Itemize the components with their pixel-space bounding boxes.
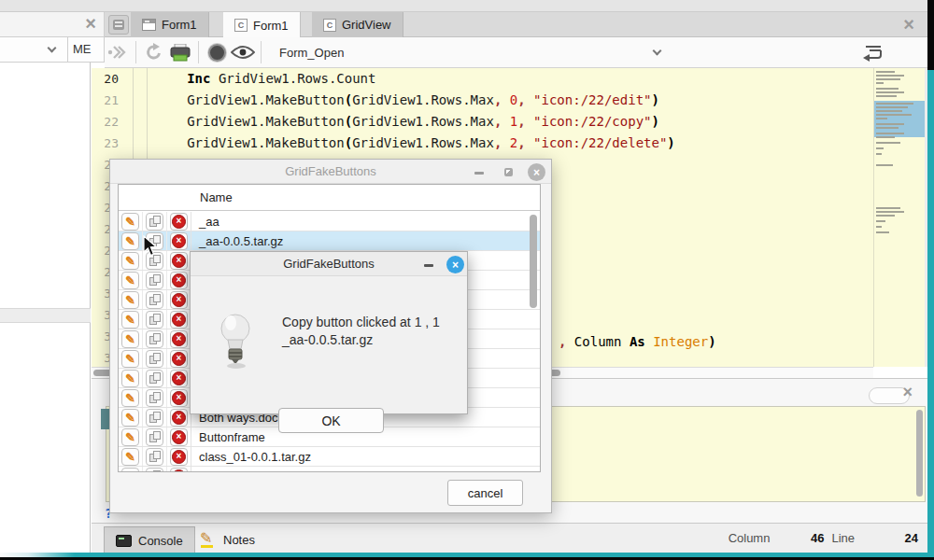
- edit-button[interactable]: ✎: [121, 428, 139, 446]
- edit-icon: ✎: [125, 274, 135, 287]
- delete-button[interactable]: ×: [170, 468, 188, 472]
- grid-cell: ×: [167, 231, 191, 250]
- copy-button[interactable]: [146, 409, 163, 427]
- close-icon[interactable]: ×: [446, 256, 464, 273]
- dialog-titlebar[interactable]: GridFakeButtons ×: [191, 252, 467, 276]
- grid-cell: ×: [167, 388, 191, 407]
- delete-button[interactable]: ×: [170, 370, 188, 387]
- grid-scrollbar-thumb[interactable]: [530, 215, 537, 308]
- edit-button[interactable]: ✎: [121, 311, 139, 329]
- sort-procedures-icon[interactable]: [860, 44, 883, 63]
- tab-gridview-class[interactable]: C GridView: [312, 12, 403, 37]
- minimap-bar: [876, 106, 908, 108]
- name-column-header: Name: [200, 190, 233, 204]
- delete-button[interactable]: ×: [170, 311, 188, 329]
- editor-minimap[interactable]: [873, 68, 925, 367]
- edit-button[interactable]: ✎: [121, 213, 139, 231]
- delete-button[interactable]: ×: [170, 350, 188, 368]
- copy-button[interactable]: [146, 272, 163, 289]
- close-tab-icon[interactable]: ×: [903, 15, 914, 34]
- edit-button[interactable]: ✎: [121, 350, 139, 368]
- delete-button[interactable]: ×: [170, 213, 188, 231]
- delete-button[interactable]: ×: [170, 448, 188, 466]
- edit-button[interactable]: ✎: [121, 232, 139, 250]
- copy-button[interactable]: [146, 428, 163, 446]
- grid-cell: ✎: [119, 467, 143, 471]
- grid-cell: ×: [167, 408, 191, 427]
- delete-button[interactable]: ×: [170, 409, 188, 427]
- edit-icon: ✎: [125, 431, 135, 443]
- copy-button[interactable]: [146, 311, 163, 329]
- grid-row[interactable]: ✎×: [119, 467, 540, 471]
- ok-button[interactable]: OK: [278, 408, 384, 433]
- grid-cell: ✎: [119, 310, 143, 329]
- tab-form1-designer[interactable]: Form1: [131, 12, 209, 37]
- record-stop-button[interactable]: [204, 39, 230, 65]
- procedure-selector[interactable]: Form_Open: [279, 46, 344, 60]
- edit-button[interactable]: ✎: [121, 252, 139, 270]
- delete-button[interactable]: ×: [170, 252, 188, 270]
- console-scrollbar-thumb[interactable]: [916, 410, 923, 497]
- dialog-titlebar[interactable]: GridFakeButtons ×: [110, 160, 551, 184]
- edit-button[interactable]: ✎: [121, 370, 139, 387]
- close-icon[interactable]: ×: [528, 163, 545, 181]
- copy-button[interactable]: [146, 370, 163, 387]
- grid-cell: [143, 310, 167, 329]
- file-list-button[interactable]: [108, 15, 129, 35]
- copy-button[interactable]: [146, 468, 163, 472]
- delete-button[interactable]: ×: [170, 428, 188, 446]
- edit-button[interactable]: ✎: [121, 330, 139, 348]
- left-panel-splitter[interactable]: [0, 308, 91, 323]
- minimize-icon[interactable]: [474, 172, 484, 175]
- edit-button[interactable]: ✎: [121, 272, 139, 289]
- lightbulb-icon: [217, 312, 256, 370]
- dialog-body: Copy button clicked at 1 , 1 _aa-0.0.5.t…: [191, 276, 467, 413]
- edit-button[interactable]: ✎: [121, 448, 139, 466]
- copy-button[interactable]: [146, 448, 163, 466]
- minimap-bar: [876, 136, 895, 138]
- minimize-icon[interactable]: [424, 264, 433, 267]
- minimap-bar: [876, 226, 882, 228]
- grid-row[interactable]: ✎×class_01-0.0.1.tar.gz: [119, 447, 540, 467]
- grid-cell: ×: [167, 369, 191, 387]
- copy-icon: [149, 333, 161, 344]
- minimap-bar: [876, 82, 884, 84]
- left-panel-close-icon[interactable]: ×: [85, 14, 96, 33]
- copy-button[interactable]: [146, 350, 163, 368]
- tab-form1-class[interactable]: C Form1: [223, 12, 301, 38]
- edit-button[interactable]: ✎: [121, 291, 139, 309]
- copy-button[interactable]: [146, 389, 163, 407]
- line-number: 22: [92, 111, 119, 133]
- edit-button[interactable]: ✎: [121, 389, 139, 407]
- tab-console[interactable]: Console: [104, 526, 195, 553]
- minimap-bar: [876, 127, 899, 129]
- delete-button[interactable]: ×: [170, 291, 188, 309]
- restore-icon[interactable]: [504, 168, 513, 176]
- grid-row[interactable]: ✎×_aa: [119, 212, 540, 231]
- edit-button[interactable]: ✎: [121, 409, 139, 427]
- notes-pencil-icon: ✎: [200, 532, 217, 549]
- left-panel-combo[interactable]: ME: [0, 37, 105, 63]
- archive-icon: [113, 20, 124, 30]
- goto-next-button[interactable]: [105, 39, 131, 65]
- tab-notes[interactable]: ✎ Notes: [189, 526, 266, 553]
- copy-button[interactable]: [146, 330, 163, 348]
- delete-button[interactable]: ×: [170, 272, 188, 289]
- grid-row[interactable]: ✎×_aa-0.0.5.tar.gz: [119, 231, 540, 251]
- copy-button[interactable]: [146, 213, 163, 231]
- me-toggle[interactable]: ME: [73, 42, 92, 56]
- grid-cell: ✎: [119, 447, 143, 466]
- cancel-button[interactable]: cancel: [447, 480, 523, 506]
- grid-cell: [143, 447, 167, 466]
- watch-button[interactable]: [230, 39, 256, 65]
- delete-button[interactable]: ×: [170, 389, 188, 407]
- chevron-down-icon[interactable]: [653, 47, 662, 56]
- print-button[interactable]: [167, 39, 193, 65]
- refresh-button[interactable]: [141, 39, 167, 65]
- delete-button[interactable]: ×: [170, 232, 188, 250]
- copy-button[interactable]: [146, 291, 163, 309]
- minimap-bar: [876, 114, 912, 116]
- delete-button[interactable]: ×: [170, 330, 188, 348]
- console-close-icon[interactable]: ×: [902, 383, 913, 401]
- edit-button[interactable]: ✎: [121, 468, 139, 472]
